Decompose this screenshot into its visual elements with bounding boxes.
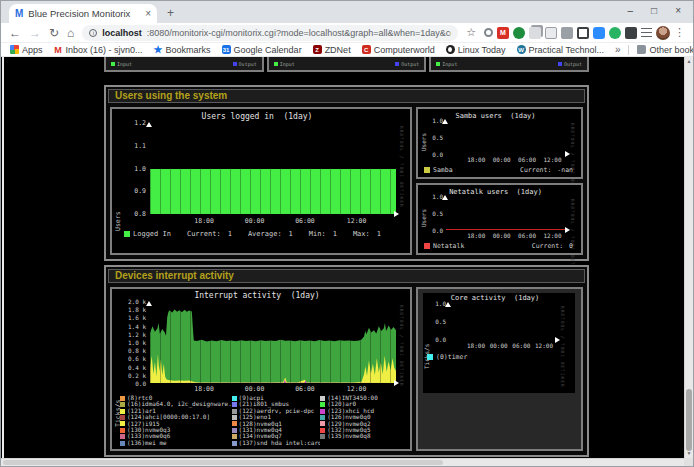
- home-icon[interactable]: ⌂: [67, 27, 74, 39]
- bookmark-apps[interactable]: Apps: [10, 45, 43, 55]
- tab-close-icon[interactable]: ×: [145, 9, 151, 19]
- browser-toolbar: ← → ↻ ⌂ i localhost :8080/monitorix-cgi/…: [1, 23, 693, 43]
- x-axis-ticks: 18:0000:0006:0012:00: [150, 217, 396, 225]
- x-tick-label: 12:00: [347, 217, 367, 225]
- vertical-scrollbar[interactable]: ▲ ▼: [684, 57, 693, 458]
- rrdtool-watermark: RRDTOOL / TOBI OETIKER: [399, 305, 404, 387]
- y-axis-arrow-icon: [442, 192, 448, 200]
- bookmark-star-icon[interactable]: ☆: [466, 26, 476, 39]
- back-icon[interactable]: ←: [9, 27, 21, 39]
- horizontal-scrollbar[interactable]: [1, 458, 684, 466]
- network-graph-panel[interactable]: Input Output: [104, 57, 264, 72]
- screenshot-extension-icon[interactable]: [577, 27, 589, 39]
- rrdtool-watermark: RRDTOOL / TOBI OETIKER: [560, 306, 565, 388]
- scroll-down-arrow-icon[interactable]: ▼: [685, 449, 693, 458]
- y-tick-label: 1.2 k: [118, 332, 146, 338]
- graph-legend: Logged In Current:1Average:1Min:1Max:1: [124, 230, 404, 238]
- shield-extension-icon[interactable]: [561, 27, 573, 39]
- meet-extension-icon[interactable]: [593, 27, 605, 39]
- chat-extension-icon[interactable]: [609, 27, 621, 39]
- legend-swatch: [427, 354, 433, 360]
- network-graph-panel[interactable]: Input Output: [429, 57, 589, 72]
- star-icon: ★: [154, 45, 163, 54]
- plot-area: RRDTOOL / TOBI OETIKER: [446, 197, 567, 230]
- search-extension-icon[interactable]: [484, 28, 493, 37]
- browser-window: M Blue Precision Monitorix × + – □ × ← →…: [0, 0, 694, 467]
- y-tick-label: 0.9: [120, 188, 146, 195]
- y-tick-label: 1.6 k: [118, 315, 146, 321]
- interrupt-activity-panel[interactable]: Interrupt activity (1day) Ticks/s 2.0 k1…: [110, 287, 412, 451]
- y-tick-label: 0.0: [423, 152, 443, 158]
- x-tick-label: 06:00: [295, 217, 315, 225]
- y-axis-ticks: 1.00.50.0: [423, 118, 443, 158]
- graph-legend: Netatalk Current:0: [424, 242, 575, 250]
- input-swatch: [111, 62, 115, 66]
- mail-extension-icon[interactable]: M: [497, 27, 509, 39]
- bookmark-linux-today[interactable]: Linux Today: [446, 45, 506, 55]
- y-tick-label: 1.4 k: [118, 324, 146, 330]
- page-info-icon[interactable]: i: [89, 29, 97, 37]
- legend-stats: Current:-nan: [520, 166, 573, 174]
- input-swatch: [274, 62, 278, 66]
- graph-legend: (0)timer: [427, 353, 571, 361]
- reload-icon[interactable]: ↻: [49, 27, 59, 39]
- scroll-up-arrow-icon[interactable]: ▲: [685, 57, 693, 66]
- location-extension-icon[interactable]: [513, 27, 525, 39]
- x-tick-label: 06:00: [295, 385, 315, 393]
- copy-extension-icon[interactable]: [529, 27, 541, 39]
- horizontal-scrollbar-thumb[interactable]: [3, 460, 443, 465]
- samba-users-panel[interactable]: Samba users (1day) Users 1.00.50.0 RRDTO…: [416, 107, 583, 179]
- doc-extension-icon[interactable]: [545, 27, 557, 39]
- new-tab-button[interactable]: +: [167, 7, 174, 19]
- y-axis-arrow-icon: [146, 298, 152, 306]
- users-logged-in-panel[interactable]: Users logged in (1day) Users 1.21.11.00.…: [110, 107, 412, 255]
- bookmark-practical-technology[interactable]: WPractical Technol...: [517, 45, 604, 55]
- x-tick-label: 18:00: [194, 217, 214, 225]
- y-tick-label: 0.2 k: [118, 373, 146, 379]
- y-tick-label: 0.4 k: [118, 365, 146, 371]
- x-tick-label: 00:00: [245, 217, 265, 225]
- browser-tab[interactable]: M Blue Precision Monitorix ×: [9, 4, 157, 23]
- browser-menu-icon[interactable]: ⋮: [674, 26, 685, 39]
- netatalk-users-panel[interactable]: Netatalk users (1day) Users 1.00.50.0 RR…: [416, 183, 583, 255]
- core-activity-panel[interactable]: Core activity (1day) Ticks/s 1.00.50.0 R…: [416, 287, 583, 451]
- y-axis-ticks: 1.00.50.0: [426, 301, 446, 343]
- bookmark-inbox[interactable]: MInbox (16) - sjvn0...: [54, 45, 143, 55]
- window-maximize-button[interactable]: □: [651, 5, 657, 17]
- apps-grid-icon: [10, 45, 19, 54]
- irq-legend-item: (135)nvme0q8: [320, 433, 406, 439]
- extensions-puzzle-icon[interactable]: [625, 27, 637, 39]
- x-tick-label: 12:00: [543, 232, 561, 239]
- tab-list-icon[interactable]: [641, 28, 652, 38]
- x-tick-label: 06:00: [518, 156, 536, 163]
- section-interrupts: Devices interrupt activity Interrupt act…: [104, 265, 589, 457]
- input-swatch: [436, 62, 440, 66]
- graph-legend: Samba Current:-nan: [424, 166, 575, 174]
- vertical-scrollbar-thumb[interactable]: [686, 389, 692, 451]
- x-tick-label: 00:00: [493, 232, 511, 239]
- window-minimize-button[interactable]: –: [628, 5, 634, 17]
- x-tick-label: 12:00: [535, 342, 553, 349]
- bookmark-zdnet[interactable]: ZZDNet: [313, 45, 351, 55]
- window-close-button[interactable]: ×: [675, 5, 681, 17]
- other-bookmarks[interactable]: Other bookmarks: [637, 45, 694, 55]
- network-graph-panel[interactable]: Input Output: [267, 57, 427, 72]
- computerworld-icon: C: [362, 45, 371, 54]
- x-tick-label: 00:00: [493, 156, 511, 163]
- zero-baseline: [446, 229, 567, 230]
- y-tick-label: 0.8: [120, 211, 146, 218]
- profile-avatar[interactable]: [656, 26, 670, 40]
- bookmark-google-calendar[interactable]: 31Google Calendar: [222, 45, 302, 55]
- forward-icon[interactable]: →: [29, 27, 41, 39]
- x-axis-ticks: 18:0000:0006:0012:00: [446, 156, 567, 164]
- interrupt-activity-graph: Interrupt activity (1day) Ticks/s 2.0 k1…: [114, 291, 408, 447]
- bookmark-bookmarks[interactable]: ★Bookmarks: [154, 45, 211, 55]
- x-tick-label: 18:00: [467, 232, 485, 239]
- bookmarks-overflow-chevron[interactable]: »: [615, 44, 621, 55]
- y-axis-ticks: 1.21.11.00.90.8: [120, 120, 146, 218]
- bookmark-computerworld[interactable]: CComputerworld: [362, 45, 435, 55]
- legend-swatch: [424, 243, 430, 249]
- address-bar[interactable]: i localhost :8080/monitorix-cgi/monitori…: [82, 25, 458, 41]
- y-tick-label: 0.0: [423, 228, 443, 234]
- titlebar: M Blue Precision Monitorix × + – □ ×: [1, 1, 693, 23]
